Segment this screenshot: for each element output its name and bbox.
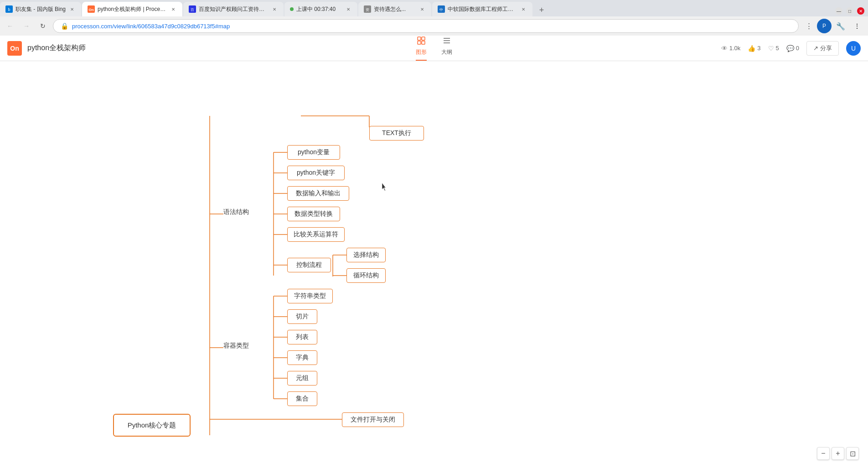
- app-logo: On: [7, 41, 22, 56]
- connector-lines: [0, 61, 868, 469]
- comment-icon: 💬: [786, 45, 794, 52]
- address-bar[interactable]: 🔒 processon.com/view/link/606583a47d9c08…: [53, 19, 799, 33]
- svg-text:资: 资: [366, 8, 369, 12]
- maximize-button[interactable]: □: [846, 7, 853, 15]
- share-button[interactable]: ↗ 分享: [806, 41, 839, 56]
- node-string-type[interactable]: 字符串类型: [287, 289, 333, 303]
- tab-close-6[interactable]: ✕: [520, 5, 527, 13]
- tab-class[interactable]: 上课中 00:37:40 ✕: [284, 2, 357, 16]
- comment-count: 💬 0: [786, 45, 799, 52]
- back-button[interactable]: ←: [4, 20, 16, 32]
- node-data-io[interactable]: 数据输入和输出: [287, 186, 349, 201]
- zoom-out-button[interactable]: −: [817, 447, 830, 460]
- tab-close-4[interactable]: ✕: [345, 5, 352, 13]
- svg-rect-11: [422, 37, 425, 40]
- close-button[interactable]: ✕: [857, 7, 864, 15]
- browser-actions: ⋮ P 🔧 ⋮: [802, 19, 864, 33]
- extensions-btn[interactable]: ⋮: [802, 20, 815, 32]
- more-actions-btn[interactable]: ⋮: [850, 19, 864, 33]
- tab-favicon-2: On: [88, 5, 95, 13]
- svg-rect-13: [422, 41, 425, 44]
- header-right: 👁 1.0k 👍 3 ♡ 5 💬 0 ↗ 分享 U: [721, 41, 861, 56]
- tab-graphic[interactable]: 图形: [416, 36, 427, 61]
- tab-zhiyouj[interactable]: b 职友集 - 国内版 Bing ✕: [0, 2, 81, 16]
- node-slice[interactable]: 切片: [287, 309, 317, 324]
- tab-title-3: 百度知识产权顾问工资待遇...: [199, 5, 268, 13]
- node-text-exec[interactable]: TEXT执行: [369, 126, 424, 141]
- node-tuple[interactable]: 元组: [287, 371, 317, 386]
- tab-favicon-1: b: [5, 5, 13, 13]
- graphic-icon: [417, 36, 426, 47]
- svg-text:百: 百: [191, 8, 194, 12]
- extensions-icon[interactable]: 🔧: [833, 19, 848, 33]
- live-indicator: [290, 7, 294, 11]
- tab-zhongru[interactable]: 中 中软国际数据库工程师工资待遇... ✕: [432, 2, 532, 16]
- graphic-tab-label: 图形: [416, 48, 427, 56]
- mouse-cursor: [382, 183, 387, 190]
- window-controls: — □ ✕: [835, 7, 868, 16]
- node-python-core[interactable]: Python核心专题: [113, 414, 191, 437]
- node-loop-struct[interactable]: 循环结构: [346, 268, 386, 283]
- node-list[interactable]: 列表: [287, 330, 317, 344]
- share-icon: ↗: [813, 45, 818, 52]
- tab-title-6: 中软国际数据库工程师工资待遇...: [448, 5, 517, 13]
- user-profile-btn[interactable]: P: [817, 19, 832, 33]
- zoom-controls: − + ⊡: [817, 447, 859, 460]
- tab-title-1: 职友集 - 国内版 Bing: [16, 5, 66, 13]
- eye-icon: 👁: [721, 45, 728, 52]
- tab-favicon-3: 百: [189, 5, 196, 13]
- tab-outline[interactable]: 大纲: [441, 36, 452, 61]
- svg-rect-10: [418, 37, 421, 40]
- new-tab-button[interactable]: +: [535, 4, 548, 16]
- svg-text:中: 中: [439, 8, 443, 12]
- node-python-var[interactable]: python变量: [287, 145, 340, 160]
- tab-bar: b 职友集 - 国内版 Bing ✕ On python全栈架构师 | Proc…: [0, 0, 868, 16]
- node-python-keyword[interactable]: python关键字: [287, 166, 345, 180]
- minimize-button[interactable]: —: [835, 7, 842, 15]
- tab-favicon-5: 资: [364, 5, 371, 13]
- tab-salary[interactable]: 资 资待遇怎么... ✕: [358, 2, 431, 16]
- node-select-struct[interactable]: 选择结构: [346, 248, 386, 262]
- tab-baidu[interactable]: 百 百度知识产权顾问工资待遇... ✕: [183, 2, 284, 16]
- thumb-icon: 👍: [748, 45, 755, 52]
- address-bar-row: ← → ↻ 🔒 processon.com/view/link/606583a4…: [0, 16, 868, 36]
- tab-favicon-6: 中: [438, 5, 445, 13]
- zoom-in-button[interactable]: +: [832, 447, 844, 460]
- node-set[interactable]: 集合: [287, 391, 317, 406]
- tab-close-2[interactable]: ✕: [170, 5, 177, 13]
- node-grammar[interactable]: 语法结构: [223, 208, 249, 216]
- tab-close-1[interactable]: ✕: [68, 5, 76, 13]
- tab-title-4: 上课中 00:37:40: [296, 5, 342, 13]
- svg-rect-12: [418, 41, 421, 44]
- outline-icon: [442, 36, 451, 47]
- header-tabs: 图形 大纲: [416, 36, 452, 61]
- node-file-open[interactable]: 文件打开与关闭: [342, 412, 404, 427]
- node-compare-op[interactable]: 比较关系运算符: [287, 227, 345, 242]
- tab-title-2: python全栈架构师 | ProcessOr...: [98, 5, 167, 13]
- like-count: 👍 3: [748, 45, 760, 52]
- favorite-count: ♡ 5: [768, 45, 779, 52]
- zoom-fit-button[interactable]: ⊡: [846, 447, 859, 460]
- tab-title-5: 资待遇怎么...: [374, 5, 416, 13]
- browser-window: b 职友集 - 国内版 Bing ✕ On python全栈架构师 | Proc…: [0, 0, 868, 469]
- tab-processon[interactable]: On python全栈架构师 | ProcessOr... ✕: [82, 2, 182, 16]
- app-header: On python全栈架构师 图形: [0, 36, 868, 61]
- view-count: 👁 1.0k: [721, 45, 741, 52]
- heart-icon: ♡: [768, 45, 774, 52]
- node-data-type[interactable]: 数据类型转换: [287, 207, 340, 221]
- node-control-flow[interactable]: 控制流程: [287, 258, 331, 272]
- canvas-area[interactable]: TEXT执行 语法结构 python变量 python关键字 数据输入和输出 数…: [0, 61, 868, 469]
- tab-close-5[interactable]: ✕: [418, 5, 426, 13]
- address-text: processon.com/view/link/606583a47d9c0829…: [72, 23, 230, 30]
- app-title: python全栈架构师: [27, 43, 86, 53]
- tab-close-3[interactable]: ✕: [271, 5, 278, 13]
- reload-button[interactable]: ↻: [36, 20, 49, 32]
- forward-button[interactable]: →: [20, 20, 33, 32]
- address-favicon: 🔒: [61, 22, 68, 30]
- node-dict[interactable]: 字典: [287, 350, 317, 365]
- svg-text:b: b: [8, 7, 10, 12]
- svg-text:On: On: [88, 8, 93, 12]
- node-container[interactable]: 容器类型: [223, 342, 249, 350]
- user-avatar[interactable]: U: [846, 41, 861, 56]
- outline-tab-label: 大纲: [441, 48, 452, 56]
